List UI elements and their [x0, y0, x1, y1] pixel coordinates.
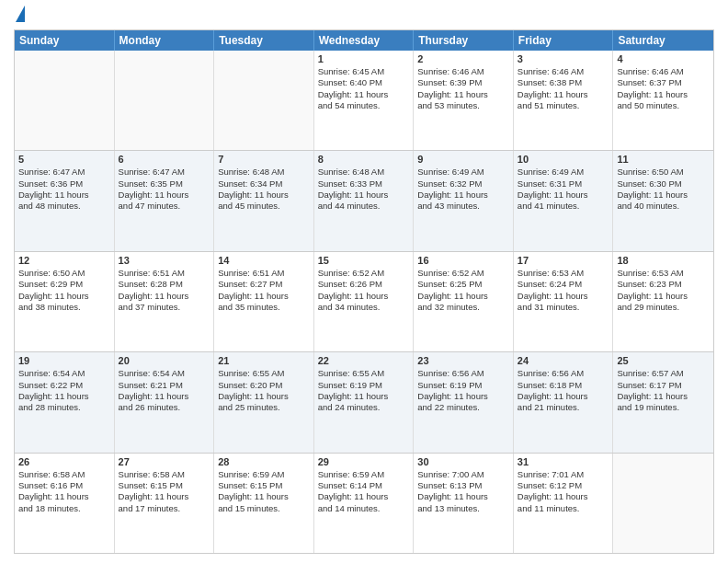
- cell-info-line: Sunrise: 6:50 AM: [617, 167, 710, 178]
- weekday-header-thursday: Thursday: [414, 30, 514, 51]
- day-number: 31: [518, 456, 609, 467]
- day-number: 27: [119, 456, 210, 467]
- cell-info-line: Sunset: 6:21 PM: [119, 380, 210, 391]
- cell-info-line: Daylight: 11 hours: [218, 190, 310, 201]
- calendar-cell-empty-6: [613, 454, 713, 553]
- cell-info-line: and 25 minutes.: [218, 402, 310, 413]
- cell-info-line: and 22 minutes.: [417, 402, 509, 413]
- calendar-cell-21: 21Sunrise: 6:55 AMSunset: 6:20 PMDayligh…: [214, 352, 314, 452]
- calendar-cell-5: 5Sunrise: 6:47 AMSunset: 6:36 PMDaylight…: [15, 151, 115, 250]
- cell-info-line: Sunrise: 6:49 AM: [417, 167, 509, 178]
- calendar-cell-19: 19Sunrise: 6:54 AMSunset: 6:22 PMDayligh…: [15, 352, 115, 452]
- calendar-body: 1Sunrise: 6:45 AMSunset: 6:40 PMDaylight…: [15, 51, 713, 553]
- cell-info-line: Sunset: 6:16 PM: [18, 480, 110, 491]
- cell-info-line: Sunrise: 6:52 AM: [417, 268, 509, 279]
- cell-info-line: Sunrise: 6:45 AM: [318, 66, 410, 77]
- cell-info-line: Daylight: 11 hours: [417, 491, 509, 502]
- calendar-cell-18: 18Sunrise: 6:53 AMSunset: 6:23 PMDayligh…: [613, 252, 713, 351]
- calendar-cell-16: 16Sunrise: 6:52 AMSunset: 6:25 PMDayligh…: [414, 252, 514, 351]
- calendar-cell-20: 20Sunrise: 6:54 AMSunset: 6:21 PMDayligh…: [115, 352, 215, 452]
- calendar-cell-3: 3Sunrise: 6:46 AMSunset: 6:38 PMDaylight…: [514, 51, 614, 150]
- day-number: 7: [218, 154, 310, 165]
- logo: [14, 9, 25, 22]
- cell-info-line: and 38 minutes.: [18, 302, 110, 313]
- cell-info-line: Sunset: 6:29 PM: [18, 279, 110, 290]
- calendar-cell-9: 9Sunrise: 6:49 AMSunset: 6:32 PMDaylight…: [414, 151, 514, 250]
- cell-info-line: and 54 minutes.: [318, 100, 410, 111]
- cell-info-line: and 40 minutes.: [617, 201, 710, 212]
- cell-info-line: Daylight: 11 hours: [518, 89, 609, 100]
- day-number: 28: [218, 456, 310, 467]
- cell-info-line: Sunrise: 6:58 AM: [119, 469, 210, 480]
- cell-info-line: Sunrise: 6:54 AM: [119, 368, 210, 379]
- day-number: 3: [518, 53, 609, 64]
- day-number: 18: [617, 255, 710, 266]
- day-number: 16: [417, 255, 509, 266]
- day-number: 4: [617, 53, 710, 64]
- cell-info-line: Sunrise: 6:53 AM: [518, 268, 609, 279]
- cell-info-line: Sunrise: 6:46 AM: [417, 66, 509, 77]
- cell-info-line: and 32 minutes.: [417, 302, 509, 313]
- cell-info-line: Sunset: 6:17 PM: [617, 380, 710, 391]
- cell-info-line: and 37 minutes.: [119, 302, 210, 313]
- calendar-cell-29: 29Sunrise: 6:59 AMSunset: 6:14 PMDayligh…: [314, 454, 415, 553]
- cell-info-line: Daylight: 11 hours: [318, 491, 410, 502]
- cell-info-line: and 14 minutes.: [318, 503, 410, 514]
- cell-info-line: and 35 minutes.: [218, 302, 310, 313]
- cell-info-line: Sunrise: 6:59 AM: [318, 469, 410, 480]
- cell-info-line: and 43 minutes.: [417, 201, 509, 212]
- cell-info-line: and 26 minutes.: [119, 402, 210, 413]
- cell-info-line: Daylight: 11 hours: [218, 491, 310, 502]
- cell-info-line: Daylight: 11 hours: [417, 291, 509, 302]
- cell-info-line: Sunset: 6:32 PM: [417, 178, 509, 190]
- cell-info-line: Sunrise: 6:58 AM: [18, 469, 110, 480]
- cell-info-line: and 15 minutes.: [218, 503, 310, 514]
- cell-info-line: Sunrise: 6:47 AM: [18, 167, 110, 178]
- cell-info-line: and 44 minutes.: [318, 201, 410, 212]
- weekday-header-wednesday: Wednesday: [314, 30, 415, 51]
- calendar-cell-25: 25Sunrise: 6:57 AMSunset: 6:17 PMDayligh…: [613, 352, 713, 452]
- cell-info-line: Sunrise: 7:01 AM: [518, 469, 609, 480]
- cell-info-line: Daylight: 11 hours: [417, 89, 509, 100]
- cell-info-line: Sunset: 6:19 PM: [318, 380, 410, 391]
- calendar-header: SundayMondayTuesdayWednesdayThursdayFrid…: [15, 30, 713, 51]
- calendar-cell-22: 22Sunrise: 6:55 AMSunset: 6:19 PMDayligh…: [314, 352, 415, 452]
- calendar-cell-26: 26Sunrise: 6:58 AMSunset: 6:16 PMDayligh…: [15, 454, 115, 553]
- cell-info-line: Sunset: 6:27 PM: [218, 279, 310, 290]
- calendar-cell-14: 14Sunrise: 6:51 AMSunset: 6:27 PMDayligh…: [214, 252, 314, 351]
- day-number: 13: [119, 255, 210, 266]
- cell-info-line: Sunrise: 6:51 AM: [119, 268, 210, 279]
- day-number: 23: [417, 355, 509, 366]
- logo-triangle-icon: [16, 6, 25, 22]
- cell-info-line: Sunset: 6:15 PM: [218, 480, 310, 491]
- calendar-cell-8: 8Sunrise: 6:48 AMSunset: 6:33 PMDaylight…: [314, 151, 415, 250]
- calendar-row-1: 1Sunrise: 6:45 AMSunset: 6:40 PMDaylight…: [15, 51, 713, 150]
- cell-info-line: and 53 minutes.: [417, 100, 509, 111]
- cell-info-line: Sunrise: 6:55 AM: [318, 368, 410, 379]
- calendar-cell-11: 11Sunrise: 6:50 AMSunset: 6:30 PMDayligh…: [613, 151, 713, 250]
- cell-info-line: and 31 minutes.: [518, 302, 609, 313]
- calendar-cell-empty-0: [15, 51, 115, 150]
- day-number: 10: [518, 154, 609, 165]
- calendar-cell-empty-2: [214, 51, 314, 150]
- cell-info-line: Daylight: 11 hours: [617, 89, 710, 100]
- day-number: 11: [617, 154, 710, 165]
- calendar-row-5: 26Sunrise: 6:58 AMSunset: 6:16 PMDayligh…: [15, 453, 713, 553]
- calendar-cell-4: 4Sunrise: 6:46 AMSunset: 6:37 PMDaylight…: [613, 51, 713, 150]
- cell-info-line: Daylight: 11 hours: [119, 391, 210, 402]
- cell-info-line: Sunrise: 6:47 AM: [119, 167, 210, 178]
- day-number: 30: [417, 456, 509, 467]
- day-number: 1: [318, 53, 410, 64]
- cell-info-line: and 45 minutes.: [218, 201, 310, 212]
- cell-info-line: and 13 minutes.: [417, 503, 509, 514]
- cell-info-line: Sunset: 6:31 PM: [518, 178, 609, 190]
- day-number: 12: [18, 255, 110, 266]
- cell-info-line: Sunset: 6:34 PM: [218, 178, 310, 190]
- cell-info-line: and 17 minutes.: [119, 503, 210, 514]
- calendar-cell-12: 12Sunrise: 6:50 AMSunset: 6:29 PMDayligh…: [15, 252, 115, 351]
- cell-info-line: Sunrise: 6:55 AM: [218, 368, 310, 379]
- cell-info-line: Daylight: 11 hours: [318, 89, 410, 100]
- day-number: 9: [417, 154, 509, 165]
- cell-info-line: Sunset: 6:40 PM: [318, 77, 410, 88]
- cell-info-line: and 11 minutes.: [518, 503, 609, 514]
